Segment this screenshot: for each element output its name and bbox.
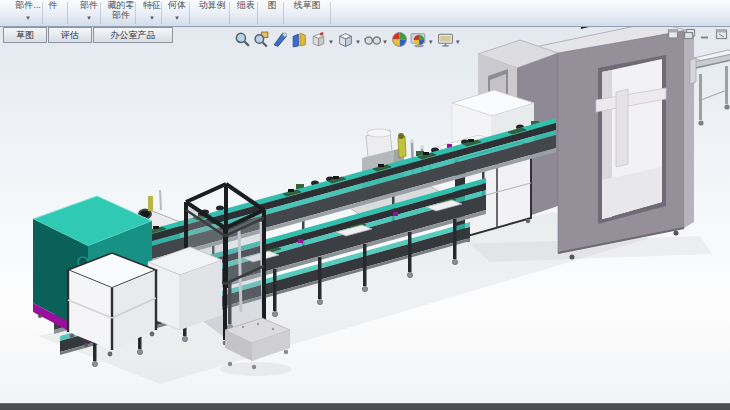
command-button-9[interactable]: 图 xyxy=(260,0,284,26)
command-button-label: 图 xyxy=(260,0,284,10)
toolbar-separator xyxy=(161,2,162,24)
toolbar-separator xyxy=(100,2,101,24)
toolbar-separator xyxy=(229,2,230,24)
close-window-icon[interactable] xyxy=(715,28,728,40)
minimize-icon[interactable] xyxy=(699,28,712,40)
view-settings-icon[interactable] xyxy=(437,31,454,48)
previous-view-icon[interactable] xyxy=(272,31,289,48)
apply-scene-icon[interactable] xyxy=(410,31,427,48)
zoom-to-fit-icon[interactable] xyxy=(234,31,251,48)
command-button-10[interactable]: 线草图 xyxy=(286,0,328,26)
tab-3[interactable]: 办公室产品 xyxy=(93,27,173,43)
hide-show-items-icon[interactable] xyxy=(364,31,381,48)
display-style-dropdown-arrow[interactable]: ▼ xyxy=(355,39,361,45)
tab-1[interactable]: 草图 xyxy=(3,27,47,43)
command-button-3[interactable]: 部件▼ xyxy=(70,0,108,26)
command-button-label: 何体 xyxy=(164,0,190,10)
restore-down-icon[interactable] xyxy=(683,28,696,40)
toolbar-separator xyxy=(257,2,258,24)
view-settings-dropdown-arrow[interactable]: ▼ xyxy=(455,39,461,45)
command-button-7[interactable]: 动算例 xyxy=(192,0,232,26)
view-orientation-dropdown-arrow[interactable]: ▼ xyxy=(328,39,334,45)
status-bar-edge xyxy=(0,403,730,410)
command-button-label: 细表 xyxy=(232,0,260,10)
command-button-label: 藏的零 xyxy=(104,0,138,10)
section-view-icon[interactable] xyxy=(291,31,308,48)
command-button-label: 线草图 xyxy=(286,0,328,10)
toolbar-separator xyxy=(189,2,190,24)
document-window-controls xyxy=(664,28,728,40)
scene-3d xyxy=(0,26,730,410)
white-box-mid xyxy=(148,247,222,330)
heads-up-view-toolbar: ▼▼▼▼▼ xyxy=(233,29,463,49)
toolbar-separator xyxy=(283,2,284,24)
zoom-to-area-icon[interactable] xyxy=(253,31,270,48)
graphics-viewport[interactable]: ▼▼▼▼▼ xyxy=(0,26,730,410)
solidworks-window: 部件...▼件部件▼藏的零部件特征▼何体▼动算例细表图线草图 草图评估办公室产品 xyxy=(0,0,730,410)
command-button-label: 部件 xyxy=(70,0,108,10)
dropdown-arrow-icon[interactable]: ▼ xyxy=(164,13,190,23)
toolbar-separator xyxy=(330,2,331,24)
command-button-label-line2: 部件 xyxy=(104,10,138,20)
doc-window-icon[interactable] xyxy=(667,28,680,40)
tab-2[interactable]: 评估 xyxy=(48,27,92,43)
command-button-6[interactable]: 何体▼ xyxy=(164,0,190,26)
hide-show-items-dropdown-arrow[interactable]: ▼ xyxy=(382,39,388,45)
command-button-2[interactable]: 件 xyxy=(44,0,62,26)
view-orientation-icon[interactable] xyxy=(310,31,327,48)
dropdown-arrow-icon[interactable]: ▼ xyxy=(70,13,108,23)
command-button-8[interactable]: 细表 xyxy=(232,0,260,26)
command-button-label: 动算例 xyxy=(192,0,232,10)
toolbar-separator xyxy=(42,2,43,24)
toolbar-separator xyxy=(135,2,136,24)
apply-scene-dropdown-arrow[interactable]: ▼ xyxy=(428,39,434,45)
display-style-icon[interactable] xyxy=(337,31,354,48)
command-manager-toolbar: 部件...▼件部件▼藏的零部件特征▼何体▼动算例细表图线草图 xyxy=(0,0,730,27)
command-manager-tabs: 草图评估办公室产品 xyxy=(3,27,174,43)
command-button-4[interactable]: 藏的零部件 xyxy=(104,0,138,26)
toolbar-separator xyxy=(67,2,68,24)
command-button-label: 件 xyxy=(44,0,62,10)
edit-appearance-icon[interactable] xyxy=(391,31,408,48)
